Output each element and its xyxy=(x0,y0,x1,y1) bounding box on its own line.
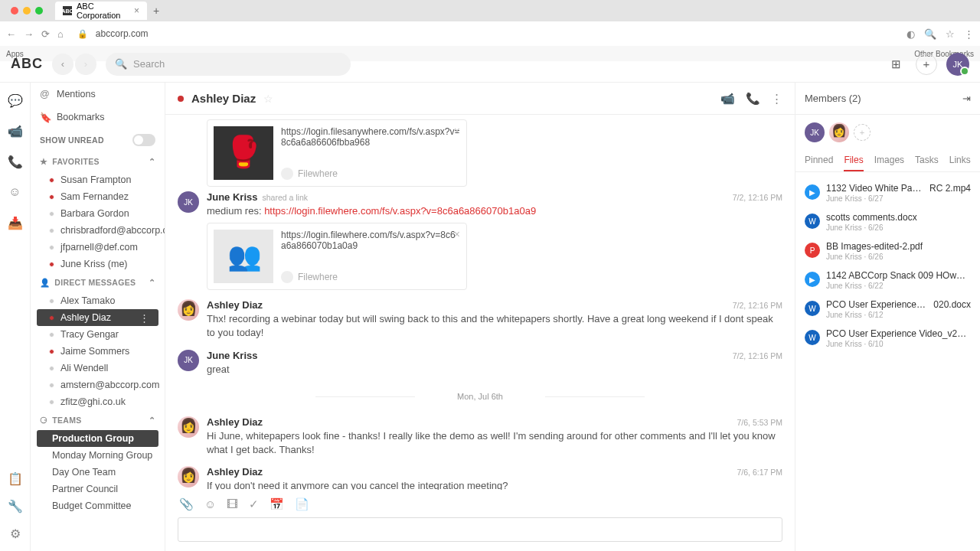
message-avatar[interactable] xyxy=(178,299,199,321)
file-item[interactable]: ▶ 1142 ABCCorp Snack 009 HOwRC1.mp4 June… xyxy=(799,266,977,295)
sidebar-team-item[interactable]: Production Group xyxy=(37,430,158,447)
panel-tab-pinned[interactable]: Pinned xyxy=(805,150,833,171)
back-icon[interactable]: ← xyxy=(6,28,16,40)
apps-grid-icon[interactable]: ⊞ xyxy=(885,54,906,75)
menu-icon[interactable]: ⋮ xyxy=(964,28,974,40)
more-options-icon[interactable]: ⋮ xyxy=(771,92,782,106)
forward-icon[interactable]: → xyxy=(24,28,34,40)
member-avatar-ad[interactable] xyxy=(829,122,849,142)
rail-messages-icon[interactable]: 💬 xyxy=(7,92,24,109)
dm-section-header[interactable]: 👤DIRECT MESSAGES ⌃ xyxy=(31,272,165,292)
close-icon[interactable]: × xyxy=(454,125,460,137)
search-input[interactable]: 🔍 Search xyxy=(106,53,351,76)
sidebar-dm-item[interactable]: Tracy Gengar xyxy=(31,326,165,343)
sidebar-favorite-item[interactable]: chrisbradford@abccorp.com xyxy=(31,222,165,239)
sidebar-favorite-item[interactable]: June Kriss (me) xyxy=(31,256,165,272)
panel-tab-files[interactable]: Files xyxy=(844,150,863,171)
sidebar-favorite-item[interactable]: Barbara Gordon xyxy=(31,205,165,222)
sidebar-favorite-item[interactable]: Sam Fernandez xyxy=(31,188,165,205)
calendar-icon[interactable]: 📅 xyxy=(270,497,284,511)
panel-tab-links[interactable]: Links xyxy=(949,150,971,171)
close-tab-icon[interactable]: × xyxy=(134,5,139,16)
rail-inbox-icon[interactable]: 📥 xyxy=(7,214,24,231)
attach-icon[interactable]: 📎 xyxy=(179,497,194,511)
star-icon[interactable]: ☆ xyxy=(946,28,955,40)
sidebar-team-item[interactable]: Monday Morning Group xyxy=(31,447,165,464)
rail-video-icon[interactable]: 📹 xyxy=(7,122,24,139)
gif-icon[interactable]: 🎞 xyxy=(227,497,238,511)
collapse-panel-icon[interactable]: ⇥ xyxy=(962,93,971,104)
message-avatar[interactable] xyxy=(178,466,199,487)
new-tab-button[interactable]: + xyxy=(153,5,159,17)
nav-back-button[interactable]: ‹ xyxy=(52,54,74,75)
sidebar-mentions[interactable]: @ Mentions xyxy=(31,83,165,106)
file-name: scotts comments.docx xyxy=(826,212,917,223)
show-unread-toggle[interactable] xyxy=(132,134,155,146)
teams-section-header[interactable]: ⚆TEAMS ⌃ xyxy=(31,410,165,430)
message: Ashley DiazThx! recording a webinar toda… xyxy=(178,295,782,344)
chevron-down-icon: ⌃ xyxy=(149,157,155,166)
app-header: ABC ‹ › 🔍 Search ⊞ + JK xyxy=(0,46,980,83)
sidebar-favorite-item[interactable]: jfparnell@def.com xyxy=(31,239,165,256)
audio-call-icon[interactable]: 📞 xyxy=(746,92,760,106)
link-preview-card[interactable]: https://login.filewhere.com/fs/v.aspx?v=… xyxy=(207,223,467,290)
sidebar-dm-item[interactable]: Jaime Sommers xyxy=(31,343,165,360)
member-avatar-jk[interactable]: JK xyxy=(805,122,825,142)
sidebar-team-item[interactable]: Budget Committee xyxy=(31,497,165,514)
file-name: 1142 ABCCorp Snack 009 HOwRC1.mp4 xyxy=(826,270,971,281)
rail-tools-icon[interactable]: 🔧 xyxy=(7,497,24,514)
file-item[interactable]: W scotts comments.docx June Kriss · 6/26 xyxy=(799,207,977,236)
file-item[interactable]: P BB Images-edited-2.pdf June Kriss · 6/… xyxy=(799,236,977,266)
reload-icon[interactable]: ⟳ xyxy=(41,28,50,40)
window-controls[interactable] xyxy=(5,7,49,15)
link-preview-card[interactable]: https://login.filesanywhere.com/fs/v.asp… xyxy=(207,119,467,187)
sidebar-team-item[interactable]: Partner Council xyxy=(31,481,165,497)
url-text[interactable]: abccorp.com xyxy=(96,28,149,39)
sidebar-dm-item[interactable]: Ali Wendell xyxy=(31,360,165,377)
message-avatar[interactable] xyxy=(178,416,199,438)
zoom-icon[interactable]: 🔍 xyxy=(924,28,936,40)
file-list[interactable]: ▶ 1132 Video White Paper 001 ...RC 2.mp4… xyxy=(795,172,980,359)
panel-tab-images[interactable]: Images xyxy=(874,150,904,171)
message-input[interactable] xyxy=(178,517,782,542)
rail-settings-icon[interactable]: ⚙ xyxy=(7,525,24,542)
sidebar-dm-item[interactable]: Alex Tamako xyxy=(31,292,165,309)
sidebar-dm-item[interactable]: Ashley Diaz⋮ xyxy=(37,309,158,326)
rail-phone-icon[interactable]: 📞 xyxy=(7,153,24,170)
link-thumbnail xyxy=(214,230,273,283)
rail-contacts-icon[interactable]: ☺ xyxy=(7,184,24,201)
more-icon[interactable]: ⋮ xyxy=(139,312,149,324)
emoji-icon[interactable]: ☺ xyxy=(204,497,216,511)
message-avatar[interactable]: JK xyxy=(178,191,199,213)
file-item[interactable]: ▶ 1132 Video White Paper 001 ...RC 2.mp4… xyxy=(799,178,977,207)
user-avatar[interactable]: JK xyxy=(946,53,969,76)
file-item[interactable]: W PCO User Experience_VO-redo...020.docx… xyxy=(799,295,977,324)
panel-tab-tasks[interactable]: Tasks xyxy=(915,150,939,171)
close-icon[interactable]: × xyxy=(454,228,460,240)
favorite-star-icon[interactable]: ☆ xyxy=(263,93,273,105)
sidebar-bookmarks[interactable]: 🔖 Bookmarks xyxy=(31,106,165,129)
message-list[interactable]: https://login.filesanywhere.com/fs/v.asp… xyxy=(165,115,795,490)
sidebar-dm-item[interactable]: zfitz@ghi.co.uk xyxy=(31,393,165,410)
task-icon[interactable]: ✓ xyxy=(249,497,259,511)
message-avatar[interactable]: JK xyxy=(178,350,199,371)
presence-dot xyxy=(49,315,54,321)
note-icon[interactable]: 📄 xyxy=(295,497,309,511)
sidebar-dm-item[interactable]: amstern@abccorp.com xyxy=(31,377,165,393)
file-type-icon: W xyxy=(805,214,820,229)
extension-icon[interactable]: ◐ xyxy=(906,28,915,40)
app-logo[interactable]: ABC xyxy=(11,56,43,72)
file-item[interactable]: W PCO User Experience Video_v2SB.docx Ju… xyxy=(799,324,977,353)
nav-forward-button[interactable]: › xyxy=(75,54,96,75)
favorites-section-header[interactable]: ★FAVORITES ⌃ xyxy=(31,152,165,171)
add-button[interactable]: + xyxy=(916,54,937,75)
file-name: BB Images-edited-2.pdf xyxy=(826,241,923,252)
video-call-icon[interactable]: 📹 xyxy=(720,92,735,106)
browser-tab[interactable]: ABC ABC Corporation × xyxy=(55,2,147,20)
sidebar-favorite-item[interactable]: Susan Frampton xyxy=(31,171,165,188)
rail-notes-icon[interactable]: 📋 xyxy=(7,470,24,487)
message-link[interactable]: https://login.filewhere.com/fs/v.aspx?v=… xyxy=(264,205,536,217)
home-icon[interactable]: ⌂ xyxy=(57,28,64,40)
sidebar-team-item[interactable]: Day One Team xyxy=(31,464,165,481)
add-member-icon[interactable]: + xyxy=(854,124,871,141)
